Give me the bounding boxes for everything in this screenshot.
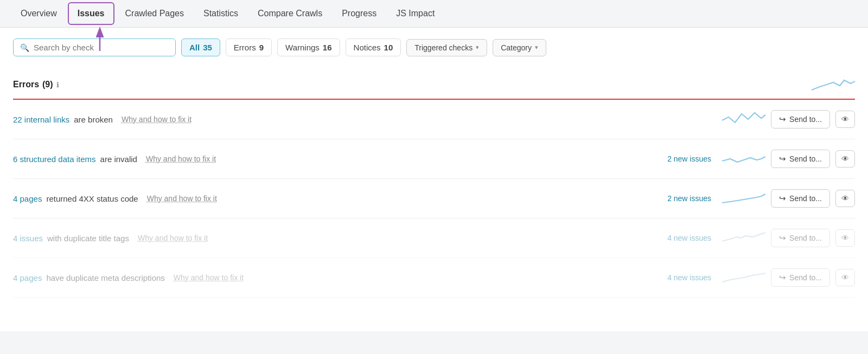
issue-count-link[interactable]: 22 internal links xyxy=(13,115,69,124)
sparkline xyxy=(722,268,765,287)
fix-link[interactable]: Why and how to fix it xyxy=(122,115,192,124)
issue-text: 4 pages returned 4XX status code Why and… xyxy=(13,194,646,203)
send-icon: ↪ xyxy=(779,154,786,164)
nav-compare-crawls[interactable]: Compare Crawls xyxy=(248,1,332,26)
errors-title: Errors (9) ℹ xyxy=(13,80,59,89)
eye-icon: 👁 xyxy=(841,234,849,242)
issue-count-link[interactable]: 4 pages xyxy=(13,194,42,203)
send-to-button[interactable]: ↪ Send to... xyxy=(771,229,830,247)
header-sparkline xyxy=(812,75,855,94)
new-issues-badge: 4 new issues xyxy=(652,234,711,242)
issue-count-link[interactable]: 6 structured data items xyxy=(13,155,96,164)
issue-row-broken-links: 22 internal links are broken Why and how… xyxy=(13,100,855,139)
info-icon[interactable]: ℹ xyxy=(56,81,59,89)
sparkline xyxy=(722,149,765,169)
send-to-label: Send to... xyxy=(789,273,822,282)
nav-crawled-pages[interactable]: Crawled Pages xyxy=(116,1,194,26)
fix-link[interactable]: Why and how to fix it xyxy=(147,194,217,203)
filter-errors-button[interactable]: Errors 9 xyxy=(226,38,272,56)
issue-description: have duplicate meta descriptions xyxy=(46,273,164,282)
issue-row-duplicate-meta: 4 pages have duplicate meta descriptions… xyxy=(13,258,855,298)
eye-button[interactable]: 👁 xyxy=(835,229,855,247)
issue-description: are broken xyxy=(74,115,113,124)
send-to-button[interactable]: ↪ Send to... xyxy=(771,268,830,287)
issue-count-link[interactable]: 4 issues xyxy=(13,234,43,243)
issue-description: are invalid xyxy=(100,155,137,164)
eye-button[interactable]: 👁 xyxy=(835,150,855,168)
chevron-down-icon: ▾ xyxy=(476,44,479,51)
sparkline xyxy=(722,110,765,129)
top-navigation: Overview Issues Crawled Pages Statistics… xyxy=(0,0,868,28)
issue-text: 4 issues with duplicate title tags Why a… xyxy=(13,234,646,243)
filter-warnings-button[interactable]: Warnings 16 xyxy=(277,38,340,56)
new-issues-badge: 2 new issues xyxy=(652,194,711,203)
eye-icon: 👁 xyxy=(841,273,849,282)
nav-js-impact[interactable]: JS Impact xyxy=(386,1,444,26)
send-to-button[interactable]: ↪ Send to... xyxy=(771,110,830,128)
send-to-label: Send to... xyxy=(789,234,822,242)
sparkline xyxy=(722,189,765,208)
eye-button[interactable]: 👁 xyxy=(835,111,855,128)
send-icon: ↪ xyxy=(779,194,786,203)
issue-count-link[interactable]: 4 pages xyxy=(13,273,42,282)
nav-statistics[interactable]: Statistics xyxy=(194,1,248,26)
send-to-label: Send to... xyxy=(789,194,822,203)
send-to-button[interactable]: ↪ Send to... xyxy=(771,150,830,168)
filter-notices-button[interactable]: Notices 10 xyxy=(346,38,401,56)
new-issues-badge: 4 new issues xyxy=(652,273,711,282)
send-icon: ↪ xyxy=(779,273,786,282)
errors-section-header: Errors (9) ℹ xyxy=(13,68,855,100)
issue-row-4xx-status: 4 pages returned 4XX status code Why and… xyxy=(13,179,855,218)
filter-bar: 🔍 All 35 Errors 9 Warnings 16 Notices 10… xyxy=(13,38,855,56)
search-input[interactable] xyxy=(34,43,169,52)
send-icon: ↪ xyxy=(779,114,786,124)
fix-link[interactable]: Why and how to fix it xyxy=(138,234,208,242)
send-to-label: Send to... xyxy=(789,115,822,124)
issue-text: 6 structured data items are invalid Why … xyxy=(13,155,646,164)
sparkline xyxy=(722,228,765,248)
eye-icon: 👁 xyxy=(841,115,849,124)
eye-button[interactable]: 👁 xyxy=(835,190,855,207)
chevron-down-icon: ▾ xyxy=(535,44,538,51)
triggered-checks-dropdown[interactable]: Triggered checks ▾ xyxy=(406,39,487,56)
issue-row-duplicate-title: 4 issues with duplicate title tags Why a… xyxy=(13,218,855,258)
fix-link[interactable]: Why and how to fix it xyxy=(146,155,216,163)
search-box[interactable]: 🔍 xyxy=(13,38,176,56)
fix-link[interactable]: Why and how to fix it xyxy=(174,273,244,282)
issue-text: 4 pages have duplicate meta descriptions… xyxy=(13,273,646,282)
issue-text: 22 internal links are broken Why and how… xyxy=(13,115,646,124)
filter-all-button[interactable]: All 35 xyxy=(181,38,220,56)
nav-issues[interactable]: Issues xyxy=(68,2,114,25)
eye-icon: 👁 xyxy=(841,194,849,203)
issue-row-structured-data: 6 structured data items are invalid Why … xyxy=(13,139,855,179)
issues-list: 22 internal links are broken Why and how… xyxy=(13,100,855,298)
category-dropdown[interactable]: Category ▾ xyxy=(493,39,546,56)
eye-button[interactable]: 👁 xyxy=(835,269,855,286)
search-icon: 🔍 xyxy=(20,43,29,52)
main-content: 🔍 All 35 Errors 9 Warnings 16 Notices 10… xyxy=(0,28,868,331)
send-icon: ↪ xyxy=(779,233,786,243)
send-to-label: Send to... xyxy=(789,155,822,163)
nav-overview[interactable]: Overview xyxy=(11,1,67,26)
issue-description: with duplicate title tags xyxy=(47,234,129,243)
send-to-button[interactable]: ↪ Send to... xyxy=(771,189,830,208)
eye-icon: 👁 xyxy=(841,155,849,163)
nav-progress[interactable]: Progress xyxy=(332,1,386,26)
new-issues-badge: 2 new issues xyxy=(652,155,711,163)
issue-description: returned 4XX status code xyxy=(46,194,138,203)
